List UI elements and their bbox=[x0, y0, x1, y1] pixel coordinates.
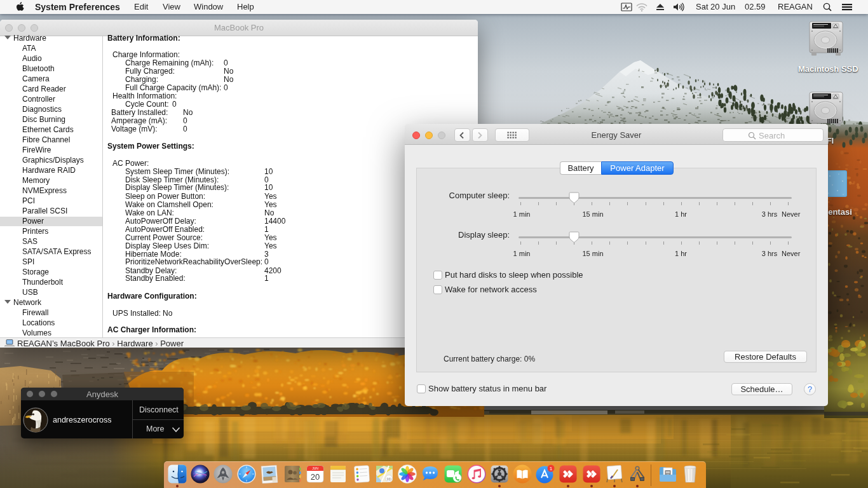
svg-text:1: 1 bbox=[550, 466, 553, 471]
svg-text:3D: 3D bbox=[386, 477, 391, 481]
svg-text:JUN: JUN bbox=[312, 466, 318, 470]
svg-text:20: 20 bbox=[311, 472, 320, 482]
